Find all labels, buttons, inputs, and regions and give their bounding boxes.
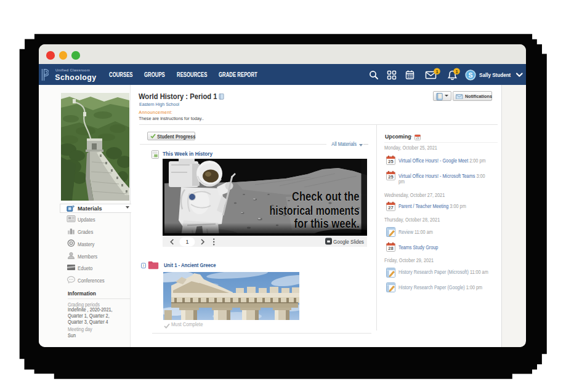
- svg-text:Check out the: Check out the: [292, 190, 360, 203]
- svg-text:27: 27: [388, 206, 393, 211]
- svg-text:25: 25: [388, 159, 393, 164]
- svg-text:S: S: [468, 71, 472, 79]
- svg-text:28: 28: [388, 246, 393, 251]
- svg-text:historical moments: historical moments: [270, 204, 360, 217]
- svg-text:25: 25: [388, 174, 393, 180]
- svg-text:1: 1: [455, 69, 458, 74]
- svg-text:1: 1: [185, 239, 188, 245]
- svg-text:29: 29: [416, 137, 419, 140]
- svg-text:1: 1: [435, 69, 438, 74]
